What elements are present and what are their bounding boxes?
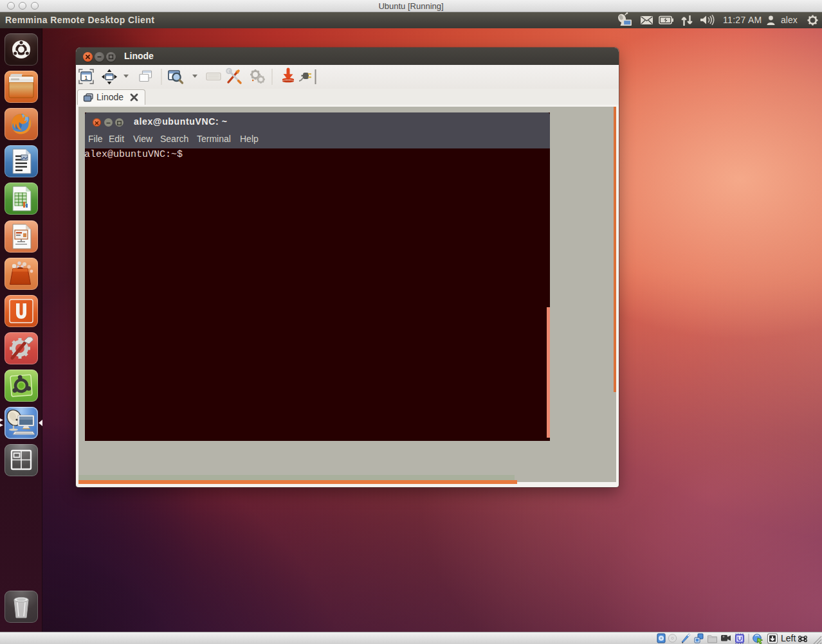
svg-text:1: 1 [84,74,87,81]
